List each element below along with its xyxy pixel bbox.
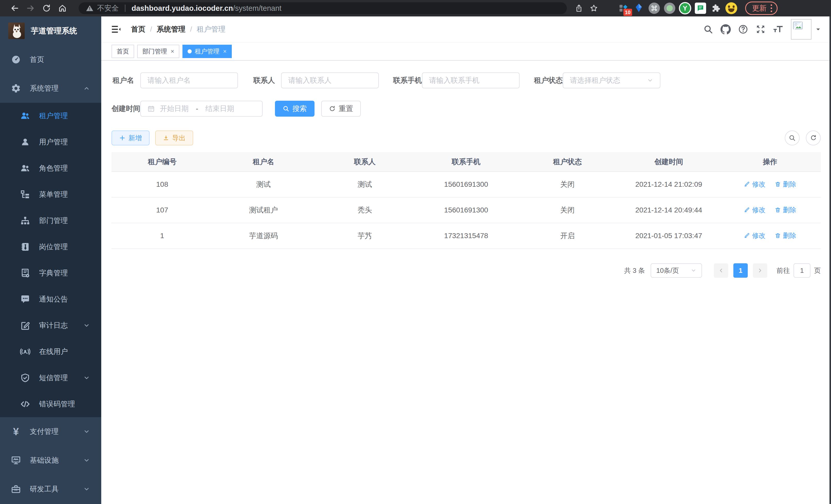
export-button[interactable]: 导出 xyxy=(155,130,193,145)
edit-link[interactable]: 修改 xyxy=(744,231,766,240)
status-select[interactable]: 请选择租户状态 xyxy=(563,72,660,88)
contact-input[interactable]: 请输入联系人 xyxy=(281,72,379,88)
filter-row-2: 创建时间 开始日期 - 结束日期 搜索 重置 xyxy=(112,101,821,117)
extension-y-icon[interactable]: Y xyxy=(677,1,693,16)
reload-icon[interactable] xyxy=(38,1,55,15)
refresh-icon xyxy=(810,135,817,142)
chevron-down-icon xyxy=(83,375,90,381)
sidebar-item-dev-tools[interactable]: 研发工具 xyxy=(0,475,101,503)
extension-green-dot-icon[interactable] xyxy=(662,1,677,16)
extension-command-icon[interactable] xyxy=(647,1,662,16)
caret-down-icon[interactable] xyxy=(815,26,821,32)
sidebar-item-user[interactable]: 用户管理 xyxy=(0,129,101,155)
sidebar-collapse-icon[interactable] xyxy=(111,24,121,34)
close-icon[interactable]: × xyxy=(223,48,227,55)
breadcrumb-section[interactable]: 系统管理 xyxy=(157,24,185,34)
address-bar[interactable]: 不安全 dashboard.yudao.iocoder.cn /system/t… xyxy=(79,2,567,14)
menu-dots-icon[interactable] xyxy=(771,4,772,12)
cell-phone: 17321315478 xyxy=(416,223,517,249)
edit-link[interactable]: 修改 xyxy=(744,206,766,214)
share-icon[interactable] xyxy=(571,1,586,15)
error-code-icon xyxy=(20,398,31,410)
sidebar-item-error-code[interactable]: 错误码管理 xyxy=(0,391,101,417)
tenant-table: 租户编号 租户名 联系人 联系手机 租户状态 创建时间 操作 108 测试 测试… xyxy=(112,152,821,249)
plus-icon xyxy=(119,135,125,141)
delete-link[interactable]: 删除 xyxy=(775,206,796,214)
page-number-current[interactable]: 1 xyxy=(733,263,748,278)
refresh-table-button[interactable] xyxy=(806,130,821,145)
cell-status: 关闭 xyxy=(517,197,618,223)
sidebar-item-menu[interactable]: 菜单管理 xyxy=(0,181,101,208)
extensions-group: 10 Y xyxy=(616,1,739,16)
delete-link[interactable]: 删除 xyxy=(775,231,796,240)
sidebar-item-label: 首页 xyxy=(30,55,44,64)
tenant-name-input[interactable]: 请输入租户名 xyxy=(140,72,238,88)
reset-button[interactable]: 重置 xyxy=(321,101,361,117)
browser-update-button[interactable]: 更新 xyxy=(745,2,778,15)
search-button[interactable]: 搜索 xyxy=(275,101,315,117)
goto-page-input[interactable]: 1 xyxy=(794,263,810,278)
pagination-goto: 前往 1 页 xyxy=(776,263,821,278)
select-placeholder: 请选择租户状态 xyxy=(570,76,620,85)
fullscreen-icon[interactable] xyxy=(752,21,769,38)
edit-link[interactable]: 修改 xyxy=(744,180,766,189)
extension-chat-icon[interactable] xyxy=(693,1,708,16)
column-header: 租户编号 xyxy=(112,152,213,172)
phone-input[interactable]: 请输入联系手机 xyxy=(422,72,520,88)
roles-users-icon xyxy=(20,162,31,174)
help-icon[interactable] xyxy=(735,21,752,38)
sidebar-item-dept[interactable]: 部门管理 xyxy=(0,208,101,234)
field-label: 租户名 xyxy=(112,76,140,85)
security-label[interactable]: 不安全 xyxy=(97,3,119,13)
extension-blue-diamond-icon[interactable]: 10 xyxy=(616,1,631,16)
sidebar-item-pay[interactable]: ¥ 支付管理 xyxy=(0,417,101,446)
sidebar-item-home[interactable]: 首页 xyxy=(0,45,101,74)
url-path[interactable]: /system/tenant xyxy=(233,4,282,12)
home-icon[interactable] xyxy=(55,1,70,15)
search-icon xyxy=(283,105,289,112)
sidebar-item-online-user[interactable]: 在线用户 xyxy=(0,338,101,365)
bookmark-star-icon[interactable] xyxy=(586,1,601,15)
font-size-icon[interactable] xyxy=(769,21,787,38)
toggle-search-button[interactable] xyxy=(785,130,800,145)
breadcrumb-home[interactable]: 首页 xyxy=(131,24,145,34)
sidebar-item-system[interactable]: 系统管理 xyxy=(0,74,101,103)
sidebar-item-post[interactable]: 岗位管理 xyxy=(0,234,101,260)
close-icon[interactable]: × xyxy=(171,48,174,55)
search-icon[interactable] xyxy=(699,21,717,38)
column-header: 联系人 xyxy=(314,152,416,172)
puzzle-icon[interactable] xyxy=(708,1,724,16)
security-warning-icon[interactable] xyxy=(86,4,93,12)
sidebar-item-label: 通知公告 xyxy=(39,294,68,304)
profile-emoji-icon[interactable] xyxy=(724,1,739,16)
sidebar-item-dict[interactable]: 字典管理 xyxy=(0,260,101,286)
next-page-button[interactable] xyxy=(753,263,767,278)
sidebar-item-tenant[interactable]: 租户管理 xyxy=(0,103,101,129)
sidebar-item-notice[interactable]: 通知公告 xyxy=(0,286,101,313)
prev-page-button[interactable] xyxy=(714,263,728,278)
sidebar-item-role[interactable]: 角色管理 xyxy=(0,155,101,181)
github-icon[interactable] xyxy=(717,21,735,38)
sidebar-item-label: 研发工具 xyxy=(30,484,59,494)
logo-row[interactable]: 芋道管理系统 xyxy=(0,17,101,45)
back-icon[interactable] xyxy=(7,1,23,15)
date-range-picker[interactable]: 开始日期 - 结束日期 xyxy=(140,101,263,117)
sidebar-item-infra[interactable]: 基础设施 xyxy=(0,446,101,475)
sidebar-item-audit-log[interactable]: 审计日志 xyxy=(0,313,101,338)
system-submenu: 租户管理 用户管理 角色管理 菜单管理 部门管理 xyxy=(0,103,101,417)
forward-icon[interactable] xyxy=(23,1,38,15)
tab-dept[interactable]: 部门管理 × xyxy=(137,45,179,58)
tab-tenant[interactable]: 租户管理 × xyxy=(182,45,232,58)
page-size-select[interactable]: 10条/页 xyxy=(651,263,702,278)
extension-kite-icon[interactable] xyxy=(631,1,647,16)
post-badge-icon xyxy=(20,241,31,253)
cell-contact: 测试 xyxy=(314,172,416,197)
sidebar-item-sms[interactable]: 短信管理 xyxy=(0,365,101,391)
tab-home[interactable]: 首页 xyxy=(112,45,134,58)
extension-y-label: Y xyxy=(680,3,690,13)
sidebar-item-label: 菜单管理 xyxy=(39,189,68,199)
avatar-broken-image-icon[interactable] xyxy=(791,19,811,39)
url-domain[interactable]: dashboard.yudao.iocoder.cn xyxy=(132,4,233,12)
delete-link[interactable]: 删除 xyxy=(775,180,796,189)
add-button[interactable]: 新增 xyxy=(112,130,149,145)
